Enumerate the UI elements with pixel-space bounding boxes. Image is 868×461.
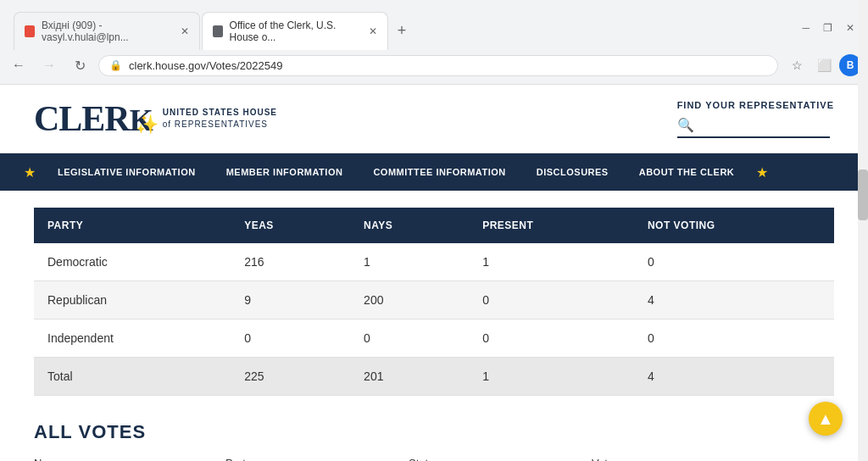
gmail-tab-icon [25, 25, 35, 37]
cell-nays-3: 201 [350, 358, 469, 396]
votes-filter-label: Votes [592, 457, 761, 461]
add-tab-button[interactable]: + [390, 19, 414, 43]
cell-notvoting-1: 4 [634, 281, 834, 319]
col-nays: NAYS [350, 208, 469, 243]
find-rep-section: FIND YOUR REPRESENTATIVE 🔍 [677, 100, 834, 138]
window-controls: ─ ❐ ✕ [795, 22, 861, 34]
find-rep-label: FIND YOUR REPRESENTATIVE [677, 100, 834, 110]
table-row-total: Total 225 201 1 4 [34, 358, 834, 396]
scroll-top-icon: ▲ [817, 409, 834, 429]
cell-yeas-1: 9 [231, 281, 350, 319]
browser-actions: ☆ ⬜ B [785, 53, 861, 77]
col-present: PRESENT [469, 208, 634, 243]
votes-filter-group: Votes All Votes Yea Nay Present Not Voti… [592, 457, 761, 461]
maximize-button[interactable]: ❐ [823, 22, 832, 34]
cell-notvoting-0: 0 [634, 243, 834, 281]
bookmark-star[interactable]: ☆ [785, 53, 809, 77]
url-text: clerk.house.gov/Votes/2022549 [129, 59, 282, 72]
table-row: Independent 0 0 0 0 [34, 319, 834, 358]
clerk-tab-close[interactable]: ✕ [369, 25, 377, 37]
logo-subtitle: UNITED STATES HOUSE of REPRESENTATIVES [163, 107, 277, 131]
cell-nays-2: 0 [350, 319, 469, 358]
nav-member[interactable]: MEMBER INFORMATION [211, 153, 359, 191]
extension-button[interactable]: ⬜ [812, 53, 836, 77]
nav-star-left: ★ [17, 164, 42, 181]
lock-icon: 🔒 [109, 59, 122, 71]
clerk-tab-icon [213, 25, 223, 37]
nav-star-right: ★ [749, 164, 775, 181]
cell-present-2: 0 [469, 319, 634, 358]
close-button[interactable]: ✕ [846, 22, 854, 34]
gmail-tab-label: Вхідні (909) - vasyl.v.hulai@lpn... [42, 19, 170, 43]
nav-disclosures[interactable]: DISCLOSURES [521, 153, 624, 191]
state-filter-group: State All States ▼ [409, 457, 578, 461]
vote-table: PARTY YEAS NAYS PRESENT NOT VOTING Democ… [34, 208, 834, 396]
col-party: PARTY [34, 208, 231, 243]
name-filter-label: Name [34, 457, 212, 461]
cell-party-0: Democratic [34, 243, 231, 281]
nav-about[interactable]: ABOUT THE CLERK [624, 153, 750, 191]
state-filter-label: State [409, 457, 578, 461]
nav-committee[interactable]: COMMITTEE INFORMATION [358, 153, 520, 191]
cell-present-3: 1 [469, 358, 634, 396]
cell-yeas-0: 216 [231, 243, 350, 281]
browser-chrome: Вхідні (909) - vasyl.v.hulai@lpn... ✕ Of… [0, 0, 868, 85]
table-row: Democratic 216 1 1 0 [34, 243, 834, 281]
cell-party-2: Independent [34, 319, 231, 358]
all-votes-title: ALL VOTES [34, 421, 834, 443]
table-row: Republican 9 200 0 4 [34, 281, 834, 319]
tab-bar: Вхідні (909) - vasyl.v.hulai@lpn... ✕ Of… [7, 5, 420, 50]
cell-nays-1: 200 [350, 281, 469, 319]
address-bar[interactable]: 🔒 clerk.house.gov/Votes/2022549 [98, 55, 778, 76]
cell-yeas-3: 225 [231, 358, 350, 396]
scrollbar-thumb[interactable] [858, 169, 868, 220]
scroll-top-button[interactable]: ▲ [809, 402, 843, 436]
clerk-tab[interactable]: Office of the Clerk, U.S. House o... ✕ [202, 12, 388, 50]
col-not-voting: NOT VOTING [634, 208, 834, 243]
cell-present-0: 1 [469, 243, 634, 281]
name-filter-group: Name [34, 457, 212, 461]
scrollbar[interactable] [858, 0, 868, 461]
cell-notvoting-2: 0 [634, 319, 834, 358]
back-button[interactable]: ← [7, 53, 31, 77]
logo-section: CLERK✨ UNITED STATES HOUSE of REPRESENTA… [34, 98, 277, 139]
party-filter-label: Party [225, 457, 395, 461]
cell-party-1: Republican [34, 281, 231, 319]
gmail-tab[interactable]: Вхідні (909) - vasyl.v.hulai@lpn... ✕ [14, 12, 200, 50]
clerk-tab-label: Office of the Clerk, U.S. House o... [230, 19, 359, 43]
forward-button[interactable]: → [37, 53, 61, 77]
address-bar-row: ← → ↻ 🔒 clerk.house.gov/Votes/2022549 ☆ … [0, 50, 868, 84]
col-yeas: YEAS [231, 208, 350, 243]
cell-present-1: 0 [469, 281, 634, 319]
main-content: PARTY YEAS NAYS PRESENT NOT VOTING Democ… [0, 191, 868, 461]
refresh-button[interactable]: ↻ [68, 53, 92, 77]
nav-bar: ★ LEGISLATIVE INFORMATION MEMBER INFORMA… [0, 153, 868, 191]
cell-notvoting-3: 4 [634, 358, 834, 396]
gmail-tab-close[interactable]: ✕ [181, 25, 189, 37]
cell-nays-0: 1 [350, 243, 469, 281]
table-header-row: PARTY YEAS NAYS PRESENT NOT VOTING [34, 208, 834, 243]
search-icon: 🔍 [677, 117, 694, 133]
nav-legislative[interactable]: LEGISLATIVE INFORMATION [42, 153, 211, 191]
party-filter-group: Party All Parties Democratic Republican … [225, 457, 395, 461]
logo-text: CLERK✨ [34, 98, 153, 139]
minimize-button[interactable]: ─ [802, 22, 810, 34]
filters-row: Name Party All Parties Democratic Republ… [34, 457, 834, 461]
cell-party-3: Total [34, 358, 231, 396]
site-header: CLERK✨ UNITED STATES HOUSE of REPRESENTA… [0, 85, 868, 153]
search-box[interactable]: 🔍 [677, 114, 830, 138]
cell-yeas-2: 0 [231, 319, 350, 358]
